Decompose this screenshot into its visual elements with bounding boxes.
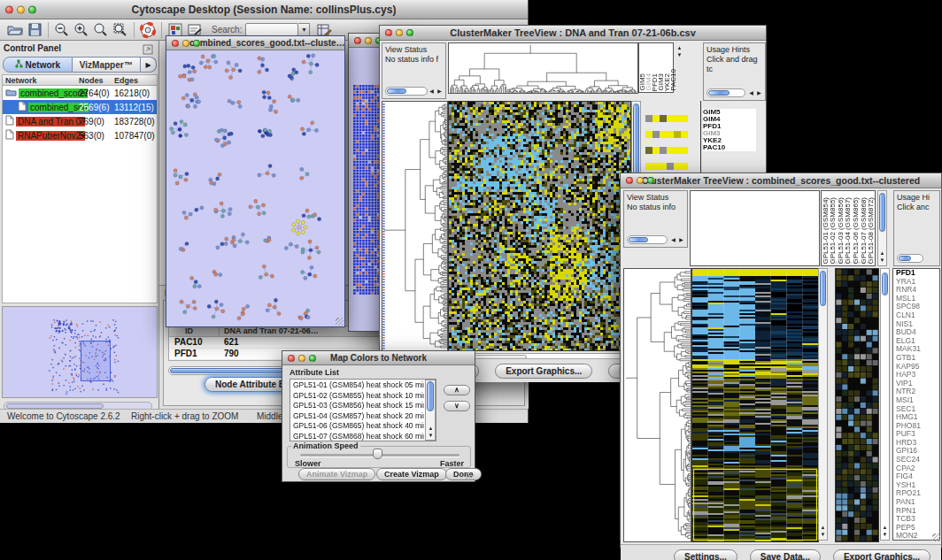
tv1-hints-hscrollbar[interactable] — [706, 88, 745, 97]
scroll-left-icon[interactable]: ◀ — [747, 90, 755, 96]
help-lifering-icon[interactable] — [138, 21, 158, 39]
zoom-matrix-cell[interactable] — [667, 131, 674, 138]
tv2-hints-hscrollbar[interactable] — [897, 254, 923, 263]
minimize-icon[interactable] — [298, 355, 305, 362]
search-dropdown-button[interactable]: ▼ — [298, 23, 310, 36]
scroll-right-icon[interactable]: ▶ — [677, 237, 685, 243]
move-up-button[interactable]: ∧ — [444, 385, 470, 395]
tab-vizmapper[interactable]: VizMapper™ — [73, 57, 142, 73]
tv1-row-label[interactable]: PAC10 — [703, 144, 756, 151]
zoom-matrix-cell[interactable] — [645, 131, 652, 138]
zoom-in-icon[interactable] — [72, 21, 91, 39]
scroll-left-icon[interactable]: ◀ — [669, 237, 677, 243]
zoom-fit-icon[interactable] — [91, 21, 111, 39]
network-overview-panel[interactable] — [2, 306, 158, 398]
scroll-up-icon[interactable]: ▲ — [427, 426, 435, 432]
attribute-list-item[interactable]: GPL51-01 (GSM854) heat shock 05 min — [293, 380, 424, 391]
tab-network[interactable]: Network — [3, 57, 73, 73]
scroll-up-icon[interactable]: ▲ — [878, 250, 886, 257]
zoom-matrix-cell[interactable] — [660, 131, 667, 138]
dialog-title-bar[interactable]: Map Colors to Network — [282, 351, 475, 365]
zoom-matrix-cell[interactable] — [674, 131, 681, 138]
tv2-genes-vscrollbar[interactable]: ▲ ▼ — [880, 268, 890, 541]
attribute-list-vscrollbar[interactable]: ▲ ▼ — [425, 380, 436, 441]
minimize-icon[interactable] — [182, 40, 189, 47]
main-title-bar[interactable]: Cytoscape Desktop (Session Name: collins… — [0, 0, 528, 19]
scroll-up-icon[interactable]: ▲ — [881, 525, 889, 531]
zoom-matrix-cell[interactable] — [667, 115, 674, 122]
zoom-matrix-cell[interactable] — [645, 147, 652, 154]
zoom-matrix-cell[interactable] — [674, 115, 681, 122]
scroll-down-icon[interactable]: ▼ — [427, 433, 435, 439]
tv2-zoom-heatmap[interactable] — [835, 268, 879, 542]
network-name[interactable]: combined_scores_ — [19, 88, 88, 98]
zoom-matrix-cell[interactable] — [674, 147, 681, 154]
tv1-export-graphics---button[interactable]: Export Graphics... — [495, 364, 592, 379]
tv2-heat-vscrollbar[interactable]: ▲ ▼ — [818, 268, 828, 541]
network-row[interactable]: combined_scores_2764(0)16218(0) — [3, 86, 157, 100]
tv2-global-heatmap[interactable] — [691, 268, 819, 542]
tv1-row-dendrogram[interactable] — [382, 101, 448, 351]
scroll-up-icon[interactable]: ▲ — [676, 45, 683, 51]
zoom-selected-icon[interactable] — [111, 21, 130, 39]
zoom-window-icon[interactable] — [28, 5, 36, 13]
close-icon[interactable] — [354, 37, 361, 44]
network-name[interactable]: RNAPuberNov2+ — [16, 131, 85, 141]
animate-vizmap-button[interactable]: Animate Vizmap — [298, 468, 375, 480]
netwin1-title-bar[interactable]: combined_scores_good.txt--cluste… — [166, 36, 344, 50]
network-row[interactable]: RNAPuberNov2+563(0)107847(0) — [3, 128, 157, 142]
scroll-down-icon[interactable]: ▼ — [676, 52, 683, 58]
attribute-list-item[interactable]: GPL51-03 (GSM856) heat shock 15 min — [293, 401, 424, 411]
col-header-network[interactable]: Network — [5, 76, 37, 85]
zoom-matrix-cell[interactable] — [667, 163, 674, 170]
dp-col-attr[interactable]: DNA and Tran 07-21-06… — [224, 326, 319, 335]
zoom-window-icon[interactable] — [406, 29, 413, 36]
zoom-matrix-cell[interactable] — [660, 163, 667, 170]
zoom-matrix-cell[interactable] — [681, 163, 688, 170]
zoom-matrix-cell[interactable] — [660, 147, 667, 154]
col-header-nodes[interactable]: Nodes — [79, 76, 104, 85]
zoom-matrix-cell[interactable] — [681, 131, 688, 138]
dp-col-id[interactable]: ID — [185, 326, 193, 335]
zoom-window-icon[interactable] — [193, 40, 200, 47]
scroll-down-icon[interactable]: ▼ — [878, 257, 886, 264]
create-vizmap-button[interactable]: Create Vizmap — [376, 468, 447, 480]
tv1-column-dendrogram[interactable] — [448, 42, 638, 94]
move-down-button[interactable]: ∨ — [444, 401, 470, 411]
attribute-list-item[interactable]: GPL51-02 (GSM855) heat shock 10 min — [293, 391, 424, 402]
zoom-matrix-cell[interactable] — [681, 147, 688, 154]
tab-overflow-arrow[interactable]: ▶ — [141, 57, 157, 73]
zoom-window-icon[interactable] — [647, 177, 654, 184]
speed-slider-thumb[interactable] — [373, 449, 382, 459]
minimize-icon[interactable] — [17, 5, 25, 13]
search-input[interactable] — [245, 23, 298, 36]
resize-grip[interactable] — [932, 533, 940, 541]
zoom-matrix-cell[interactable] — [681, 115, 688, 122]
resize-grip[interactable] — [336, 318, 344, 326]
save-icon[interactable] — [25, 21, 44, 39]
zoom-matrix-cell[interactable] — [652, 115, 660, 122]
treeview2-title-bar[interactable]: ClusterMaker TreeView : combined_scores_… — [621, 173, 941, 188]
tv2-status-hscrollbar[interactable] — [627, 235, 668, 244]
close-icon[interactable] — [5, 5, 13, 13]
close-icon[interactable] — [626, 177, 633, 184]
zoom-matrix-cell[interactable] — [674, 163, 681, 170]
zoom-matrix-cell[interactable] — [645, 163, 652, 170]
treeview1-title-bar[interactable]: ClusterMaker TreeView : DNA and Tran 07-… — [380, 26, 766, 41]
minimize-icon[interactable] — [396, 29, 403, 36]
scroll-down-icon[interactable]: ▼ — [881, 532, 889, 538]
network-name[interactable]: DNA and Tran 07 — [16, 117, 85, 127]
open-folder-icon[interactable] — [5, 21, 25, 39]
scroll-left-icon[interactable]: ◀ — [428, 88, 436, 95]
scroll-up-icon[interactable]: ▲ — [819, 525, 827, 531]
network-row[interactable]: DNA and Tran 07769(0)183728(0) — [3, 114, 157, 128]
zoom-matrix-cell[interactable] — [645, 115, 652, 122]
tv2-labels-vscrollbar[interactable]: ▲ ▼ — [877, 190, 887, 266]
attribute-list-item[interactable]: GPL51-06 (GSM865) heat shock 40 min — [293, 421, 424, 432]
zoom-matrix-cell[interactable] — [652, 147, 660, 154]
zoom-window-icon[interactable] — [309, 355, 316, 362]
attribute-listbox[interactable]: GPL51-01 (GSM854) heat shock 05 minGPL51… — [290, 379, 436, 441]
tv2-column-dendrogram-area[interactable] — [690, 190, 820, 266]
minimize-icon[interactable] — [637, 177, 644, 184]
zoom-matrix-cell[interactable] — [652, 163, 660, 170]
